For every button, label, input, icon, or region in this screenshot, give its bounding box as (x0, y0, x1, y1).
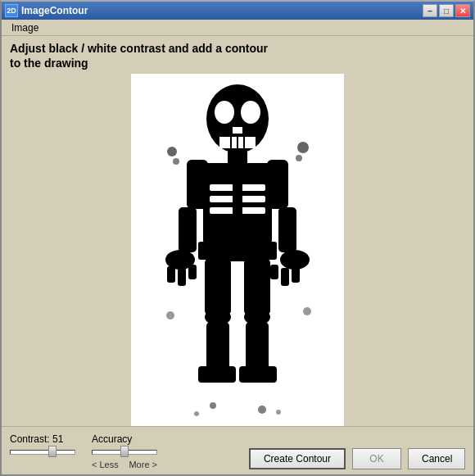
svg-point-49 (194, 411, 199, 416)
svg-rect-17 (178, 268, 186, 286)
sliders-section: Contrast: 51 Accuracy < Less Mo (10, 433, 157, 469)
svg-rect-29 (241, 207, 265, 214)
svg-rect-14 (278, 207, 296, 252)
accuracy-label: Accuracy (92, 433, 157, 445)
svg-rect-28 (210, 207, 234, 214)
app-icon-label: 2D (7, 7, 16, 15)
svg-point-45 (166, 311, 174, 320)
svg-rect-32 (228, 240, 247, 261)
main-window: 2D ImageContour – □ ✕ Image Adjust black… (0, 0, 475, 476)
svg-point-42 (173, 158, 179, 165)
svg-rect-38 (246, 322, 269, 371)
svg-rect-21 (281, 268, 289, 286)
svg-point-44 (296, 155, 302, 161)
controls-area: Contrast: 51 Accuracy < Less Mo (2, 426, 473, 474)
contrast-slider-container (10, 447, 75, 458)
svg-point-2 (215, 101, 234, 124)
svg-rect-20 (292, 266, 300, 283)
accuracy-slider-container (92, 447, 157, 458)
svg-rect-33 (205, 258, 231, 315)
right-buttons: Create Contour OK Cancel (249, 448, 465, 469)
svg-rect-13 (179, 207, 197, 252)
app-icon: 2D (5, 4, 18, 17)
image-area (2, 74, 473, 426)
skeleton-svg (131, 74, 344, 426)
contrast-control-group: Contrast: 51 (10, 433, 75, 469)
accuracy-slider-thumb[interactable] (120, 446, 129, 457)
svg-rect-27 (241, 196, 265, 202)
svg-rect-37 (206, 322, 229, 371)
svg-rect-22 (270, 265, 278, 279)
svg-point-43 (297, 142, 309, 153)
all-controls-row: Contrast: 51 Accuracy < Less Mo (10, 433, 465, 469)
svg-rect-24 (210, 184, 234, 191)
cancel-button[interactable]: Cancel (408, 448, 465, 469)
contrast-label: Contrast: 51 (10, 433, 75, 445)
svg-point-41 (167, 147, 177, 156)
accuracy-control-group: Accuracy < Less More > (92, 433, 157, 469)
contrast-slider-thumb[interactable] (48, 446, 57, 457)
more-label: More > (129, 460, 157, 469)
ok-button[interactable]: OK (352, 448, 401, 469)
menu-item-image[interactable]: Image (5, 20, 45, 35)
instruction-text: Adjust black / white contrast and add a … (10, 41, 465, 70)
close-button[interactable]: ✕ (455, 4, 470, 17)
svg-rect-25 (241, 184, 265, 191)
title-bar-left: 2D ImageContour (5, 4, 88, 17)
skeleton-canvas (131, 74, 344, 426)
svg-rect-26 (210, 196, 234, 202)
svg-rect-16 (167, 266, 175, 283)
instruction-area: Adjust black / white contrast and add a … (2, 36, 473, 74)
less-label: < Less (92, 460, 119, 469)
svg-rect-30 (233, 181, 242, 237)
window-title: ImageContour (21, 5, 88, 16)
svg-point-48 (258, 406, 266, 414)
menu-bar: Image (2, 20, 473, 36)
svg-point-3 (241, 101, 260, 124)
svg-rect-18 (188, 265, 197, 279)
maximize-button[interactable]: □ (439, 4, 454, 17)
svg-point-47 (210, 402, 216, 409)
svg-point-46 (303, 307, 311, 315)
minimize-button[interactable]: – (423, 4, 437, 17)
title-bar: 2D ImageContour – □ ✕ (2, 2, 473, 20)
svg-rect-34 (244, 258, 270, 315)
title-bar-buttons: – □ ✕ (423, 4, 470, 17)
svg-rect-40 (239, 366, 277, 383)
svg-rect-4 (233, 127, 242, 134)
svg-point-50 (276, 410, 281, 415)
contrast-slider-track (10, 450, 75, 455)
svg-rect-39 (198, 366, 236, 383)
create-contour-button[interactable]: Create Contour (249, 448, 346, 469)
